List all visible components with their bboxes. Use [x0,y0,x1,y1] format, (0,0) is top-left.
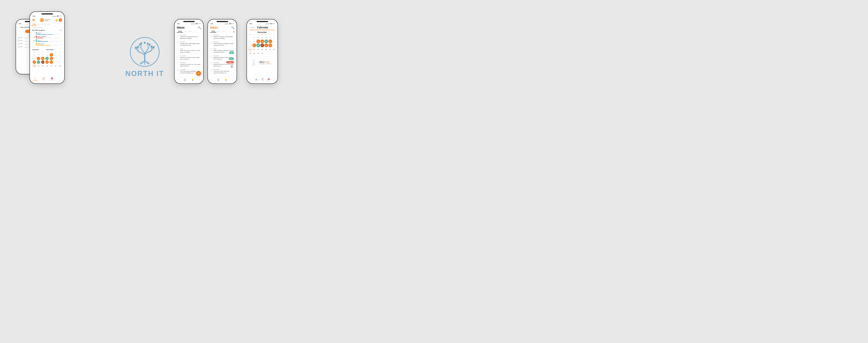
tab-today[interactable]: Today [31,23,37,26]
cpd[interactable]: 12 [269,39,272,43]
cbn-top5[interactable]: 📋 Top 5 [261,78,264,82]
cpd[interactable]: 10 [260,39,264,43]
cal-next[interactable]: › [61,49,62,51]
nav-dashboard[interactable]: ⊙ Dashboard [32,77,38,81]
cpd[interactable]: 9 [256,39,260,43]
cbn-more[interactable]: ☆ Goals [273,78,276,82]
cpd[interactable]: 22 [252,48,256,51]
nav-item[interactable]: ☆ [232,79,234,81]
cpd[interactable]: 8 [252,39,256,43]
cal-day[interactable]: 3 [41,53,44,57]
ideas-tab-last[interactable]: Last [183,30,188,33]
cpd[interactable]: 20 [272,44,276,47]
cal-next-5[interactable]: › [274,31,275,33]
nav-dailywins[interactable]: 🎯 Daily wins [50,77,55,81]
tab-latest[interactable]: latest [37,23,41,26]
cpd[interactable]: 23 [256,48,260,51]
cal-day[interactable]: 12 [50,57,53,60]
nav-item[interactable]: ⊙ [177,79,179,81]
ideas-tab-today[interactable]: Today [177,30,183,33]
cpd[interactable]: 31 [260,52,264,55]
tab-year[interactable]: year [46,23,51,26]
cpd[interactable]: 26 [269,48,272,51]
idea-item: 13.10.2021 This may involve obtaining cu… [210,68,234,75]
cal-day-today[interactable]: 22 [33,64,36,67]
close-chip[interactable]: × [230,65,234,68]
cal-prev[interactable]: ‹ [250,31,250,33]
cpd[interactable]: 19 [269,44,272,47]
cal-day[interactable]: 18 [45,60,49,64]
cal-day[interactable]: 1 [33,53,36,57]
cpd[interactable]: 2 [256,35,260,39]
cpd[interactable]: 27 [272,48,276,51]
cal-day[interactable]: 17 [41,60,44,64]
cpd[interactable]: 11 [265,39,268,43]
nav-item[interactable]: 📋 [217,79,220,81]
nav-item[interactable]: 📋 [184,79,186,81]
cal-day[interactable]: 19 [50,60,53,64]
cpd[interactable]: 16 [256,44,260,47]
cpd[interactable]: 3 [260,35,264,39]
cal-day[interactable]: 15 [33,60,36,64]
ideas-tab-today[interactable]: Today [210,30,216,33]
tab-month[interactable]: month [41,23,46,26]
ideas-tab-last[interactable]: Last [216,30,221,33]
cpd[interactable]: 14 [248,44,252,47]
cal-day[interactable]: 4 [45,53,49,57]
bell-icon[interactable]: 🔔 [55,19,58,21]
cal-day[interactable]: 7 [58,53,62,57]
cbn-dashboard[interactable]: 📊 Dashboard [253,78,259,82]
cpd[interactable]: 1 [252,35,256,39]
nav-item[interactable]: 💡 [225,79,227,81]
cpd[interactable]: 30 [256,52,260,55]
cal-day[interactable]: 26 [50,64,53,67]
ideas-tab-save[interactable]: Save [221,30,226,33]
cpd[interactable]: 6 [272,35,276,39]
cal-day[interactable]: 23 [37,64,40,67]
nav-item[interactable]: ☆ [199,79,201,81]
fab-add-button-3[interactable]: + [196,71,201,76]
cal-day[interactable]: 6 [54,53,58,57]
daily-report-box[interactable]: 📄 DailyReport [250,58,258,67]
cbn-goals[interactable]: ⊙ Goals [248,78,251,82]
cal-day[interactable]: 20 [54,60,58,64]
cpd[interactable]: 17 [260,44,264,47]
cal-day[interactable]: 13 [54,57,58,60]
nav-top5[interactable]: 📋 Top 5 [42,77,45,81]
cal-day[interactable]: 21 [58,60,62,64]
cal-day[interactable]: 10 [41,57,44,60]
cbn-dailywins[interactable]: 🎯 Daily wins [266,78,271,82]
cal-day[interactable]: 8 [33,57,36,60]
cpd[interactable]: 18 [265,44,268,47]
cal-day[interactable]: 14 [58,57,62,60]
add-button[interactable]: + [59,18,62,22]
cal-day[interactable]: 16 [37,60,40,64]
cpd[interactable]: 7 [248,39,252,43]
cal-day[interactable]: 9 [37,57,40,60]
cpd[interactable]: 4 [265,35,268,39]
ideas-tab-save[interactable]: Save [188,30,193,33]
more-link[interactable]: more [59,30,62,31]
back-button[interactable]: < Back [250,27,255,28]
cpd[interactable]: 25 [265,48,268,51]
cal-day[interactable]: 2 [37,53,40,57]
cpd[interactable]: 29 [252,52,256,55]
cal-day[interactable]: 5 [50,53,53,57]
cpd[interactable]: 5 [269,35,272,39]
cal-day[interactable]: 11 [45,57,49,60]
search-button-3[interactable]: 🔍 [198,26,201,29]
nav-goals[interactable]: ☆ Goals [59,77,62,81]
cal-day[interactable]: 25 [45,64,49,67]
cpd[interactable]: 28 [248,52,252,55]
cpd[interactable]: 15 [252,44,256,47]
nav-item[interactable]: ⊙ [210,79,212,81]
cpd-today[interactable]: 21 [248,48,252,51]
cal-day[interactable]: 28 [58,64,62,67]
cal-day[interactable]: 24 [41,64,44,67]
cal-day[interactable]: 27 [54,64,58,67]
nav-item[interactable]: 💡 [191,79,194,81]
cpd[interactable]: 13 [272,39,276,43]
search-button-4[interactable]: 🔍 [231,26,234,29]
hamburger-menu[interactable] [32,19,35,21]
cpd[interactable]: 24 [260,48,264,51]
